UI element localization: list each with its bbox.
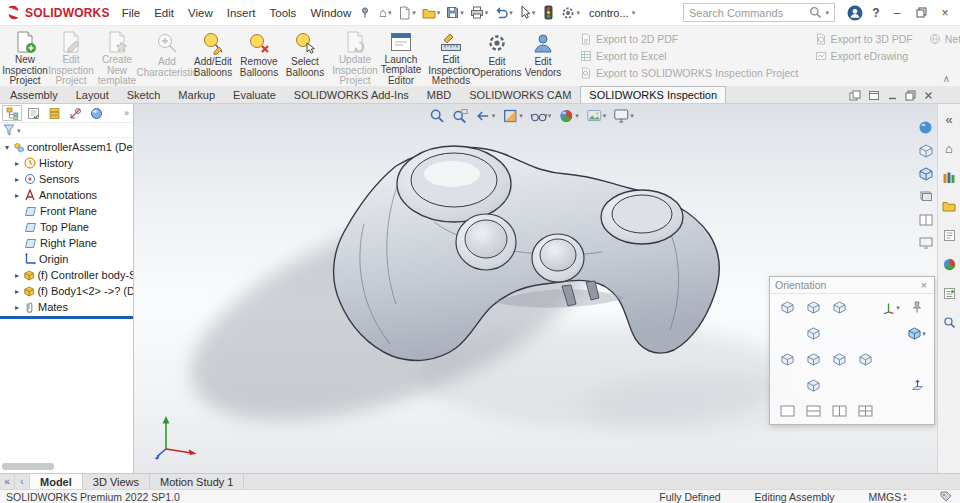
tree-item-history[interactable]: ▸ History xyxy=(0,155,133,171)
dropdown-arrow-icon[interactable]: ▾ xyxy=(519,112,523,119)
viewport-single-button[interactable] xyxy=(775,401,799,421)
open-button[interactable]: ▾ xyxy=(419,2,444,23)
doc-minimize-icon[interactable] xyxy=(887,90,898,101)
orientation-close-icon[interactable]: × xyxy=(919,279,929,291)
feature-manager-tab[interactable] xyxy=(2,105,22,121)
controller-right-dome[interactable] xyxy=(601,190,683,244)
view-settings-button[interactable]: ▾ xyxy=(610,106,637,125)
menu-view[interactable]: View xyxy=(181,3,220,23)
doc-tab-motion-study-1[interactable]: Motion Study 1 xyxy=(150,474,244,489)
tab-sketch[interactable]: Sketch xyxy=(118,86,170,103)
tree-item-mates[interactable]: ▸ Mates xyxy=(0,299,133,315)
edit-vendors-button[interactable]: Edit Vendors xyxy=(520,28,566,86)
menu-tools[interactable]: Tools xyxy=(263,3,304,23)
doc-restore-icon[interactable] xyxy=(905,90,916,101)
manager-tabs-overflow-icon[interactable]: » xyxy=(124,108,131,118)
expand-icon[interactable]: ▸ xyxy=(13,303,21,312)
tab-solidworks-add-ins[interactable]: SOLIDWORKS Add-Ins xyxy=(285,86,418,103)
tree-item-origin[interactable]: Origin xyxy=(0,251,133,267)
configuration-manager-tab[interactable] xyxy=(44,105,64,121)
controller-right-stick[interactable] xyxy=(532,234,584,282)
design-library-icon[interactable] xyxy=(940,168,958,186)
new-inspection-project-button[interactable]: New Inspection Project xyxy=(2,28,48,86)
tab-scroll-start-icon[interactable]: « xyxy=(0,474,15,489)
dropdown-arrow-icon[interactable]: ▾ xyxy=(17,127,21,134)
tree-item-body1[interactable]: ▸ (f) Body1<2> ->? (Defau xyxy=(0,283,133,299)
search-input[interactable] xyxy=(689,7,806,19)
file-explorer-icon[interactable] xyxy=(940,197,958,215)
bottom-view-button[interactable] xyxy=(801,375,825,395)
orientation-section-1-button[interactable] xyxy=(775,297,799,317)
orientation-panel-titlebar[interactable]: Orientation × xyxy=(770,277,934,294)
select-tool-button[interactable]: ▾ xyxy=(516,2,539,23)
orientation-pin-button[interactable] xyxy=(905,297,929,317)
dropdown-arrow-icon[interactable]: ▾ xyxy=(548,112,552,119)
remove-balloons-button[interactable]: Remove Balloons xyxy=(236,28,282,86)
previous-view-button[interactable]: ▾ xyxy=(472,106,499,125)
tab-mbd[interactable]: MBD xyxy=(418,86,460,103)
status-tag-icon[interactable] xyxy=(940,491,952,502)
minimize-button[interactable]: – xyxy=(885,2,909,24)
tab-markup[interactable]: Markup xyxy=(169,86,224,103)
add-edit-balloons-button[interactable]: Add/Edit Balloons xyxy=(190,28,236,86)
restore-button[interactable] xyxy=(909,2,933,24)
tree-item-right-plane[interactable]: Right Plane xyxy=(0,235,133,251)
launch-template-editor-button[interactable]: Launch Template Editor xyxy=(378,28,424,86)
section-view-button[interactable]: ▾ xyxy=(499,106,526,125)
tab-scroll-prev-icon[interactable]: ‹ xyxy=(15,474,30,489)
tree-item-annotations[interactable]: ▸ Annotations xyxy=(0,187,133,203)
filter-funnel-icon[interactable] xyxy=(3,124,15,136)
help-button[interactable]: ? xyxy=(867,2,885,24)
full-screen-button[interactable] xyxy=(916,233,935,252)
back-view-button[interactable] xyxy=(801,349,825,369)
menu-pin-icon[interactable] xyxy=(360,7,370,18)
tree-root-assembly[interactable]: ▾ controllerAssem1 (Default) < xyxy=(0,139,133,155)
tree-item-front-plane[interactable]: Front Plane xyxy=(0,203,133,219)
save-button[interactable]: ▾ xyxy=(443,2,467,23)
tab-layout[interactable]: Layout xyxy=(67,86,118,103)
display-pane-layers-button[interactable] xyxy=(916,187,935,206)
tree-item-sensors[interactable]: ▸ Sensors xyxy=(0,171,133,187)
hide-show-items-button[interactable]: ▾ xyxy=(527,106,555,125)
dropdown-arrow-icon[interactable]: ▾ xyxy=(922,330,926,337)
menu-window[interactable]: Window xyxy=(303,3,358,23)
tree-item-controller-body[interactable]: ▸ (f) Controller body-Split1 xyxy=(0,267,133,283)
normal-to-button[interactable] xyxy=(905,375,929,395)
zoom-area-button[interactable] xyxy=(449,106,471,125)
custom-properties-icon[interactable] xyxy=(940,284,958,302)
dropdown-arrow-icon[interactable]: ▾ xyxy=(492,112,496,119)
isometric-cube-button[interactable] xyxy=(916,141,935,160)
orientation-axes-button[interactable]: ▾ xyxy=(879,297,903,317)
dimxpert-manager-tab[interactable] xyxy=(65,105,85,121)
options-button[interactable]: ▾ xyxy=(558,2,583,23)
doc-tab-model[interactable]: Model xyxy=(30,474,83,489)
expand-open-icon[interactable]: ▾ xyxy=(3,143,11,152)
doc-tab-3d-views[interactable]: 3D Views xyxy=(83,474,150,489)
split-pane-button[interactable] xyxy=(916,210,935,229)
viewport-two-horizontal-button[interactable] xyxy=(801,401,825,421)
front-view-button[interactable] xyxy=(775,349,799,369)
units-selector[interactable]: MMGS ▴▾ xyxy=(869,491,906,503)
controller-left-stick[interactable] xyxy=(456,214,516,270)
user-account-button[interactable] xyxy=(843,2,867,24)
tab-assembly[interactable]: Assembly xyxy=(1,86,67,103)
dropdown-arrow-icon[interactable]: ▾ xyxy=(896,304,900,311)
controller-left-dome[interactable] xyxy=(397,146,511,222)
undo-button[interactable]: ▾ xyxy=(491,2,516,23)
zoom-fit-button[interactable] xyxy=(426,106,448,125)
standard-views-button[interactable] xyxy=(916,164,935,183)
menu-insert[interactable]: Insert xyxy=(220,3,263,23)
left-view-button[interactable] xyxy=(827,349,851,369)
print-button[interactable]: ▾ xyxy=(467,2,492,23)
dropdown-arrow-icon[interactable]: ▾ xyxy=(603,112,607,119)
expand-icon[interactable]: ▸ xyxy=(13,191,21,200)
quick-view-ball-button[interactable] xyxy=(916,118,935,137)
menu-file[interactable]: File xyxy=(115,3,148,23)
appearances-scenes-icon[interactable] xyxy=(940,255,958,273)
doc-close-icon[interactable] xyxy=(923,90,934,101)
search-icon[interactable] xyxy=(809,6,822,19)
home-button[interactable]: ⌂▾ xyxy=(375,2,395,23)
menu-edit[interactable]: Edit xyxy=(147,3,181,23)
tree-horizontal-scrollbar[interactable] xyxy=(2,463,54,470)
view-palette-icon[interactable] xyxy=(940,226,958,244)
